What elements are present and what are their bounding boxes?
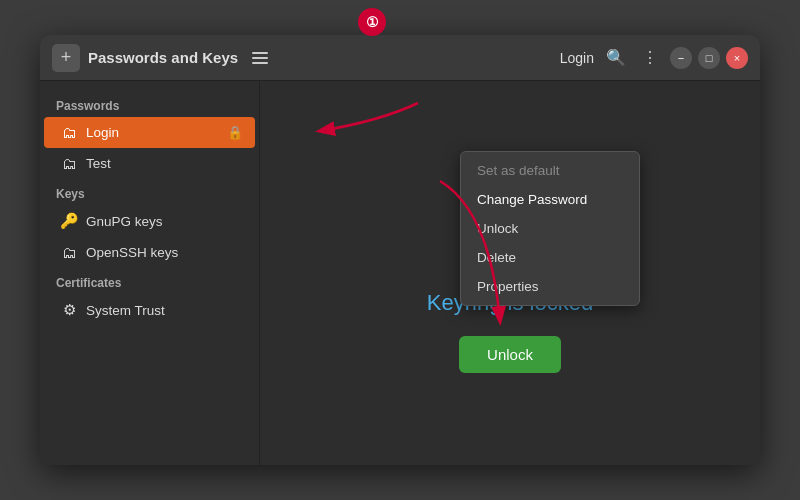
- passwords-section-label: Passwords: [40, 91, 259, 117]
- sidebar-item-login[interactable]: 🗂 Login 🔒: [44, 117, 255, 148]
- lock-icon: 🔒: [227, 125, 243, 140]
- unlock-main-button[interactable]: Unlock: [459, 336, 561, 373]
- hamburger-line-2: [252, 57, 268, 59]
- app-title: Passwords and Keys: [88, 49, 238, 66]
- gnupg-icon: 🔑: [60, 212, 78, 230]
- close-button[interactable]: ×: [726, 47, 748, 69]
- sidebar-item-openssh-label: OpenSSH keys: [86, 245, 178, 260]
- sidebar-item-system-trust-label: System Trust: [86, 303, 165, 318]
- keys-section-label: Keys: [40, 179, 259, 205]
- minimize-button[interactable]: −: [670, 47, 692, 69]
- more-options-button[interactable]: ⋮: [636, 44, 664, 72]
- sidebar-item-system-trust[interactable]: ⚙ System Trust: [44, 294, 255, 326]
- annotation-1: ①: [358, 35, 386, 36]
- ctx-unlock[interactable]: Unlock: [461, 214, 639, 243]
- ctx-change-password[interactable]: Change Password: [461, 185, 639, 214]
- sidebar-item-login-label: Login: [86, 125, 119, 140]
- sidebar-item-test[interactable]: 🗂 Test: [44, 148, 255, 179]
- sidebar-item-test-label: Test: [86, 156, 111, 171]
- content-area: Passwords 🗂 Login 🔒 🗂 Test Keys 🔑 GnuPG …: [40, 81, 760, 465]
- main-area: Set as default Change Password Unlock De…: [260, 81, 760, 465]
- panel-title: Login: [560, 50, 594, 66]
- login-folder-icon: 🗂: [60, 124, 78, 141]
- sidebar-item-gnupg[interactable]: 🔑 GnuPG keys: [44, 205, 255, 237]
- ctx-properties[interactable]: Properties: [461, 272, 639, 301]
- system-trust-icon: ⚙: [60, 301, 78, 319]
- hamburger-button[interactable]: [246, 44, 274, 72]
- titlebar-left: + Passwords and Keys: [52, 44, 552, 72]
- test-folder-icon: 🗂: [60, 155, 78, 172]
- add-button[interactable]: +: [52, 44, 80, 72]
- context-menu: Set as default Change Password Unlock De…: [460, 151, 640, 306]
- sidebar-item-gnupg-label: GnuPG keys: [86, 214, 163, 229]
- certificates-section-label: Certificates: [40, 268, 259, 294]
- ctx-delete[interactable]: Delete: [461, 243, 639, 272]
- titlebar: + Passwords and Keys Login 🔍 ⋮ − □ × ①: [40, 35, 760, 81]
- ctx-set-default[interactable]: Set as default: [461, 156, 639, 185]
- search-button[interactable]: 🔍: [602, 44, 630, 72]
- hamburger-line-3: [252, 62, 268, 64]
- maximize-button[interactable]: □: [698, 47, 720, 69]
- sidebar: Passwords 🗂 Login 🔒 🗂 Test Keys 🔑 GnuPG …: [40, 81, 260, 465]
- hamburger-line-1: [252, 52, 268, 54]
- sidebar-item-openssh[interactable]: 🗂 OpenSSH keys: [44, 237, 255, 268]
- titlebar-right: 🔍 ⋮ − □ ×: [602, 44, 748, 72]
- openssh-icon: 🗂: [60, 244, 78, 261]
- app-window: + Passwords and Keys Login 🔍 ⋮ − □ × ① P…: [40, 35, 760, 465]
